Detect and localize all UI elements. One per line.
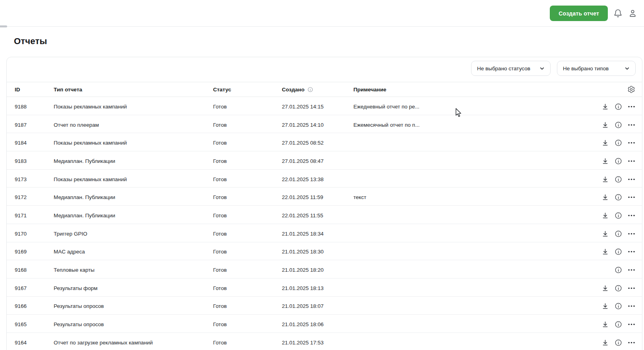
more-dots-icon[interactable] [627, 102, 636, 111]
row-id: 9171 [15, 213, 54, 219]
table-row[interactable]: 9172 Медиаплан. Публикации Готов 22.01.2… [7, 188, 642, 206]
download-icon[interactable] [601, 284, 609, 292]
page-title: Отчеты [14, 36, 47, 46]
table-row[interactable]: 9183 Медиаплан. Публикации Готов 27.01.2… [7, 151, 642, 170]
download-icon[interactable] [601, 302, 609, 311]
info-icon[interactable] [614, 338, 623, 347]
row-status: Готов [213, 249, 282, 255]
row-id: 9164 [15, 340, 54, 346]
table-row[interactable]: 9169 MAC адреса Готов 21.01.2025 18:30 [7, 242, 642, 261]
download-icon[interactable] [601, 193, 609, 202]
row-type: Показы рекламных кампаний [54, 176, 213, 182]
row-status: Готов [213, 122, 282, 128]
download-icon[interactable] [601, 338, 609, 347]
table-row[interactable]: 9170 Триггер GPIO Готов 21.01.2025 18:34 [7, 224, 642, 242]
info-icon[interactable] [614, 229, 623, 238]
bell-icon[interactable] [613, 9, 623, 18]
more-dots-icon[interactable] [627, 302, 636, 311]
row-created: 21.01.2025 18:13 [282, 285, 353, 291]
row-id: 9165 [15, 321, 54, 327]
row-note: Ежемесячный отчет по п... [353, 122, 584, 128]
row-status: Готов [213, 104, 282, 110]
row-created: 22.01.2025 11:55 [282, 213, 353, 219]
table-row[interactable]: 9173 Показы рекламных кампаний Готов 22.… [7, 170, 642, 188]
info-icon[interactable] [614, 266, 623, 275]
download-icon[interactable] [601, 320, 609, 329]
download-icon[interactable] [601, 248, 609, 256]
row-created: 21.01.2025 18:06 [282, 321, 353, 327]
table-row[interactable]: 9166 Результаты опросов Готов 21.01.2025… [7, 297, 642, 315]
user-icon[interactable] [628, 9, 637, 18]
row-created: 21.01.2025 18:07 [282, 303, 353, 309]
table-row[interactable]: 9168 Тепловые карты Готов 21.01.2025 18:… [7, 260, 642, 278]
more-dots-icon[interactable] [627, 120, 636, 129]
info-icon[interactable] [614, 302, 623, 311]
table-row[interactable]: 9167 Результаты форм Готов 21.01.2025 18… [7, 278, 642, 297]
row-id: 9167 [15, 285, 54, 291]
row-created: 27.01.2025 14:15 [282, 104, 353, 110]
row-id: 9184 [15, 140, 54, 146]
row-id: 9169 [15, 249, 54, 255]
status-filter-dropdown[interactable]: Не выбрано статусов [471, 61, 551, 76]
more-dots-icon[interactable] [627, 320, 636, 329]
download-icon[interactable] [601, 139, 609, 147]
table-row[interactable]: 9184 Показы рекламных кампаний Готов 27.… [7, 133, 642, 151]
more-dots-icon[interactable] [627, 229, 636, 238]
row-created: 22.01.2025 11:59 [282, 194, 353, 200]
row-created: 21.01.2025 18:20 [282, 267, 353, 273]
gear-icon[interactable] [627, 85, 636, 94]
download-icon[interactable] [601, 229, 609, 238]
row-created: 21.01.2025 17:53 [282, 340, 353, 346]
info-icon[interactable] [614, 248, 623, 256]
more-dots-icon[interactable] [627, 248, 636, 256]
info-icon[interactable] [307, 87, 313, 93]
row-type: Результаты опросов [54, 321, 213, 327]
info-icon[interactable] [614, 139, 623, 147]
created-label: Создано [282, 87, 305, 93]
more-dots-icon[interactable] [627, 157, 636, 165]
more-dots-icon[interactable] [627, 193, 636, 202]
download-icon[interactable] [601, 211, 609, 220]
column-header-status: Статус [213, 87, 282, 93]
row-type: Медиаплан. Публикации [54, 158, 213, 164]
info-icon[interactable] [614, 102, 623, 111]
info-icon[interactable] [614, 211, 623, 220]
row-status: Готов [213, 321, 282, 327]
more-dots-icon[interactable] [627, 266, 636, 275]
table-row[interactable]: 9187 Отчет по плеерам Готов 27.01.2025 1… [7, 115, 642, 133]
row-created: 27.01.2025 08:52 [282, 140, 353, 146]
row-id: 9168 [15, 267, 54, 273]
more-dots-icon[interactable] [627, 284, 636, 292]
download-icon[interactable] [601, 157, 609, 165]
download-icon[interactable] [601, 175, 609, 184]
info-icon[interactable] [614, 284, 623, 292]
more-dots-icon[interactable] [627, 211, 636, 220]
row-status: Готов [213, 267, 282, 273]
info-icon[interactable] [614, 120, 623, 129]
row-created: 27.01.2025 14:10 [282, 122, 353, 128]
table-row[interactable]: 9164 Отчет по загрузке рекламных кампани… [7, 333, 642, 350]
table-row[interactable]: 9188 Показы рекламных кампаний Готов 27.… [7, 97, 642, 115]
type-filter-dropdown[interactable]: Не выбрано типов [557, 61, 636, 76]
more-dots-icon[interactable] [627, 139, 636, 147]
table-row[interactable]: 9165 Результаты опросов Готов 21.01.2025… [7, 315, 642, 333]
chevron-down-icon [624, 66, 630, 72]
info-icon[interactable] [614, 320, 623, 329]
more-dots-icon[interactable] [627, 175, 636, 184]
info-icon[interactable] [614, 193, 623, 202]
download-icon[interactable] [601, 102, 609, 111]
info-icon[interactable] [614, 175, 623, 184]
row-type: Отчет по загрузке рекламных кампаний [54, 340, 213, 346]
status-filter-label: Не выбрано статусов [477, 66, 530, 72]
table-row[interactable]: 9171 Медиаплан. Публикации Готов 22.01.2… [7, 206, 642, 224]
create-report-button[interactable]: Создать отчет [550, 6, 608, 21]
download-icon[interactable] [601, 120, 609, 129]
row-status: Готов [213, 303, 282, 309]
row-type: Триггер GPIO [54, 231, 213, 237]
row-note: Ежедневный отчет по ре... [353, 104, 584, 110]
row-status: Готов [213, 231, 282, 237]
row-status: Готов [213, 213, 282, 219]
row-created: 22.01.2025 13:38 [282, 176, 353, 182]
more-dots-icon[interactable] [627, 338, 636, 347]
info-icon[interactable] [614, 157, 623, 165]
